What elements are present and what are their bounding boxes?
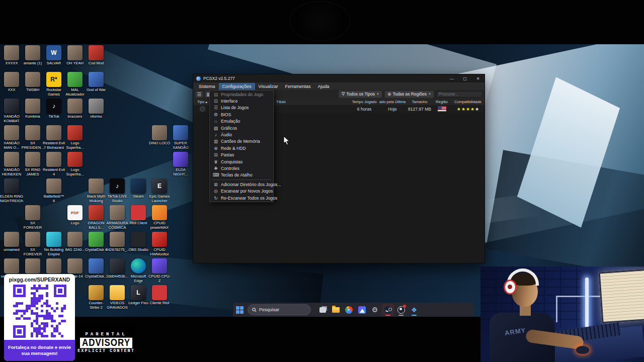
taskbar-steam-icon[interactable] (382, 304, 394, 316)
maximize-button[interactable]: ▢ (458, 74, 471, 82)
desktop-icon[interactable]: Logo Superfra... (64, 125, 86, 150)
desktop-icon-label: Ledger Fixo (127, 301, 150, 306)
desktop-icon[interactable]: XXX (1, 72, 22, 93)
desktop-icon[interactable]: ARMADURA CÓSMICA (107, 205, 128, 230)
desktop-icon[interactable]: Black Myth Wukong (86, 178, 107, 203)
settings-item[interactable]: ♪Áudio (210, 131, 273, 138)
settings-item[interactable]: ↻Re-Escanear Todos os Jogos (210, 195, 273, 201)
desktop-icon[interactable]: XXXXX (1, 45, 22, 66)
settings-item[interactable]: ◎Escanear por Novos Jogos (210, 188, 273, 194)
desktop-icon[interactable]: Kombina (22, 99, 43, 119)
desktop-icon[interactable]: CrystalDisk... (86, 258, 107, 279)
pcsx2-window: PCSX2 v2.5.277 — ▢ ✕ SistemaConfiguraçõe… (193, 74, 485, 263)
desktop-icon[interactable]: OH YEAH (64, 45, 86, 66)
desktop-icon[interactable]: XANDÃO MAN O... (1, 125, 22, 150)
column-header[interactable]: Região (432, 100, 451, 104)
settings-item[interactable]: ♛Conquistas (210, 158, 273, 165)
menu-configuracoes[interactable]: Configurações (219, 83, 255, 90)
column-header[interactable]: Compatibilidade (451, 100, 485, 104)
taskbar-search[interactable]: Pesquisar (248, 304, 311, 315)
desktop-icon[interactable]: nformu (86, 99, 107, 119)
window-titlebar[interactable]: PCSX2 v2.5.277 — ▢ ✕ (193, 74, 485, 82)
desktop-icon[interactable]: TMSBH (22, 72, 43, 93)
settings-item[interactable]: ▥Cartões de Memória (210, 138, 273, 145)
desktop-icon[interactable]: ♪TikTok LIVE Studio (107, 178, 128, 203)
desktop-icon[interactable]: Logo Superfra... (64, 152, 86, 176)
desktop-icon[interactable]: Microsoft Edge (128, 258, 149, 283)
desktop-icon[interactable]: amante (1) (22, 45, 43, 66)
desktop-icon[interactable]: LLedger Fixo (128, 285, 149, 306)
settings-item[interactable]: ⌨Teclas de Atalho (210, 172, 273, 178)
column-header[interactable]: Tamanho (407, 100, 432, 104)
desktop-icon[interactable]: VÍDEOS GRAVADOS (107, 285, 128, 310)
desktop-icon[interactable]: Battlefield™ 6 (43, 178, 64, 203)
desktop-icon[interactable]: God of War (86, 72, 107, 93)
minimize-button[interactable]: — (445, 74, 458, 82)
settings-item[interactable]: ⌂Emulação (210, 118, 273, 125)
desktop-icon[interactable]: 442678275_... (107, 232, 128, 252)
desktop-icon[interactable]: XANDÃO HEINEKEN (1, 152, 22, 176)
desktop-icon[interactable]: SX RING JAMES (22, 152, 43, 176)
desktop-icon[interactable]: CrystalDisk 8 (86, 232, 107, 252)
desktop-icon[interactable]: PDFLogo (64, 205, 86, 226)
desktop-icon[interactable]: SX FOREVER SaW255 (22, 232, 43, 257)
close-button[interactable]: ✕ (471, 74, 485, 82)
desktop-icon[interactable]: DRAGON BALLS... (86, 205, 107, 230)
region-filter-dropdown[interactable]: ⊕ Todas as Regiões ▼ (384, 90, 434, 98)
desktop-icon[interactable]: CPUID HWMonitor (149, 232, 170, 256)
desktop-icon[interactable]: ♪TikTok (43, 99, 64, 119)
column-header[interactable]: ado pela Última (378, 100, 407, 104)
menu-visualizar[interactable]: Visualizar (255, 83, 282, 90)
desktop-icon[interactable]: ELDA NIGHT... (170, 152, 191, 176)
desktop-icon[interactable]: SX PRESIDEN... (22, 125, 43, 150)
desktop-icon[interactable]: CPUID CPU-Z (149, 258, 170, 283)
desktop-icon[interactable]: Counter-Strike 2 (86, 285, 107, 310)
type-filter-dropdown[interactable]: ∇ Todos os Tipos ▼ (339, 90, 382, 98)
desktop-icon[interactable]: Steam (128, 178, 149, 199)
settings-item[interactable]: ⊕Rede & HDD (210, 145, 273, 151)
list-view-icon[interactable]: ☰ (195, 91, 203, 98)
settings-item[interactable]: ☰Lista de Jogos (210, 105, 273, 111)
desktop-icon[interactable]: XANDÃO KOMBAT (1, 99, 22, 123)
desktop-icon[interactable]: WSALVAR (43, 45, 64, 66)
column-header[interactable]: Tempo Jogado (351, 100, 378, 104)
desktop-icon[interactable]: CPUID powerMAX (149, 205, 170, 230)
desktop-icon[interactable]: EEpic Games Launcher (149, 178, 170, 203)
taskbar-task-view-icon[interactable] (316, 304, 329, 316)
desktop-icon[interactable]: 2dd04453b... (107, 258, 128, 279)
settings-item[interactable]: ▧Gráficos (210, 125, 273, 131)
taskbar-file-explorer-icon[interactable] (330, 304, 342, 316)
desktop-icon[interactable]: Riot Client (128, 205, 149, 226)
taskbar-obs-icon[interactable] (395, 304, 407, 316)
desktop-icon[interactable]: R*Rockstar Games (43, 72, 64, 97)
desktop-icon[interactable]: OBS Studio (128, 232, 149, 252)
desktop-icon[interactable]: No Building Empire (43, 232, 64, 256)
taskbar-pcsx2-icon[interactable]: ❖ (408, 304, 420, 316)
desktop-icon[interactable]: DINO LOCO (149, 125, 170, 146)
menu-ajuda[interactable]: Ajuda (314, 83, 333, 90)
desktop-icon[interactable]: Cliente Riot (149, 285, 170, 306)
taskbar-photos-icon[interactable] (356, 304, 368, 316)
desktop-icon[interactable]: Cod Mod (86, 45, 107, 66)
desktop-icon[interactable]: Resident Evil 4 (43, 152, 64, 176)
settings-item[interactable]: ✚Controles (210, 165, 273, 171)
desktop-icon[interactable]: IMG 2240... (64, 232, 86, 252)
settings-item[interactable]: ⊟Pastas (210, 152, 273, 158)
desktop-icon[interactable]: SUPER XANDÃO (170, 125, 191, 150)
column-header[interactable]: Tipo ▴ (193, 100, 211, 104)
taskbar-chrome-icon[interactable] (343, 304, 355, 316)
menu-sistema[interactable]: Sistema (195, 83, 219, 90)
desktop-icon[interactable]: SX FOREVER (22, 205, 43, 230)
settings-item[interactable]: ⊡Interface (210, 98, 273, 104)
taskbar-settings-icon[interactable]: ⚙ (369, 304, 381, 316)
desktop-icon[interactable]: MAL Atualizador (64, 72, 86, 97)
desktop-icon[interactable]: brazzers (64, 99, 86, 119)
start-button[interactable] (236, 306, 244, 314)
desktop-icon[interactable]: unnamed (1, 232, 22, 252)
menu-ferramentas[interactable]: Ferramentas (281, 83, 314, 90)
search-input[interactable] (436, 91, 482, 98)
desktop-icon[interactable]: ELDEN RING NIGHTREIGN (1, 178, 22, 203)
settings-item[interactable]: ⚙BIOS (210, 111, 273, 118)
settings-item[interactable]: ⊞Adicionar Diretório dos Jogos... (210, 181, 273, 188)
desktop-icon[interactable]: Resident Evil 7 Biohazard (43, 125, 64, 150)
